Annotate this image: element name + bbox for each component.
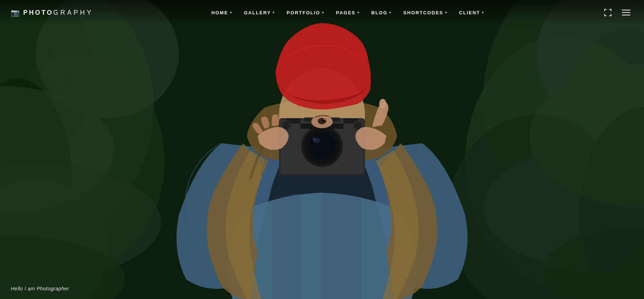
nav-item-gallery: GALLERY ▾ <box>238 7 281 18</box>
navbar-actions <box>602 7 633 18</box>
chevron-down-icon: ▾ <box>445 11 448 14</box>
chevron-down-icon: ▾ <box>322 11 325 14</box>
nav-link-shortcodes[interactable]: SHORTCODES ▾ <box>397 7 453 18</box>
navbar-brand[interactable]: 📷 PHOTOGRAPHY <box>11 8 93 17</box>
hero-section: 📷 PHOTOGRAPHY HOME ▾ GALLERY ▾ <box>0 0 644 299</box>
chevron-down-icon: ▾ <box>230 11 233 14</box>
hamburger-line-1 <box>622 10 630 10</box>
brand-text: PHOTOGRAPHY <box>23 9 93 16</box>
chevron-down-icon: ▾ <box>482 11 484 14</box>
nav-item-shortcodes: SHORTCODES ▾ <box>397 7 453 18</box>
nav-item-home: HOME ▾ <box>206 7 238 18</box>
hamburger-icon <box>620 8 632 17</box>
hero-background <box>0 0 644 299</box>
hero-caption-text: Hello I am Photographer <box>11 286 69 291</box>
navbar-nav: HOME ▾ GALLERY ▾ PORTFOLIO ▾ PAGES <box>206 7 490 18</box>
nav-item-pages: PAGES ▾ <box>330 7 366 18</box>
nav-item-portfolio: PORTFOLIO ▾ <box>281 7 330 18</box>
expand-icon <box>604 9 612 16</box>
nav-link-pages[interactable]: PAGES ▾ <box>330 7 366 18</box>
nav-link-client[interactable]: CLIENT ▾ <box>453 7 490 18</box>
nav-link-portfolio[interactable]: PORTFOLIO ▾ <box>281 7 330 18</box>
nav-item-blog: BLOG ▾ <box>366 7 398 18</box>
nav-item-client: CLIENT ▾ <box>453 7 490 18</box>
hamburger-line-2 <box>622 12 630 13</box>
nav-link-gallery[interactable]: GALLERY ▾ <box>238 7 281 18</box>
hero-caption: Hello I am Photographer <box>11 285 69 292</box>
fullscreen-button[interactable] <box>602 7 613 18</box>
nav-link-blog[interactable]: BLOG ▾ <box>366 7 398 18</box>
camera-icon: 📷 <box>11 8 20 17</box>
navbar: 📷 PHOTOGRAPHY HOME ▾ GALLERY ▾ <box>0 0 644 25</box>
chevron-down-icon: ▾ <box>357 11 360 14</box>
nav-link-home[interactable]: HOME ▾ <box>206 7 238 18</box>
hamburger-line-3 <box>622 15 630 15</box>
menu-button[interactable] <box>619 7 633 18</box>
chevron-down-icon: ▾ <box>273 11 275 14</box>
chevron-down-icon: ▾ <box>389 11 392 14</box>
